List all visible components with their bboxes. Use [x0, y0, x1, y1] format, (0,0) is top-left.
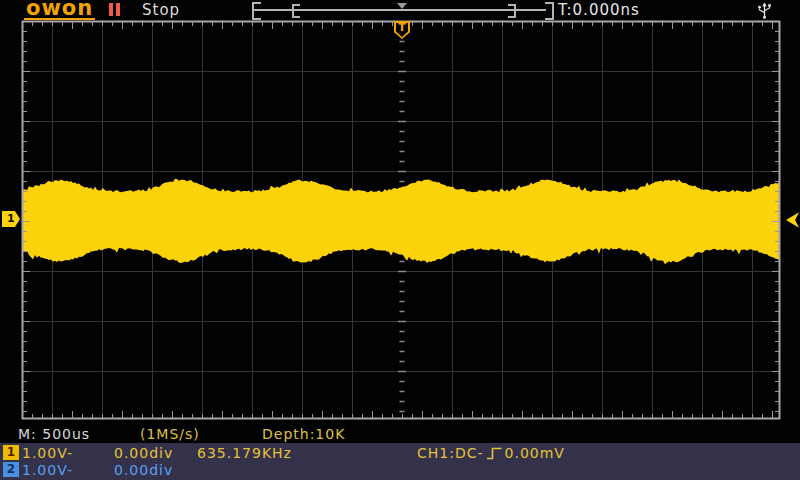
- ch2-scale-readout: 1.00V-: [22, 462, 73, 478]
- trigger-info: CH1:DC- 0.00mV: [417, 445, 565, 461]
- depth-readout: Depth:10K: [262, 426, 345, 442]
- graticule: [0, 0, 800, 480]
- sample-rate-readout: (1MS/s): [140, 426, 200, 442]
- channel-status-bar: 1 1.00V- 0.00div 635.179KHz CH1:DC- 0.00…: [0, 443, 800, 480]
- trigger-level-readout: 0.00mV: [505, 445, 565, 461]
- ch1-waveform: [23, 179, 779, 265]
- trigger-horizontal-marker[interactable]: T: [394, 21, 410, 39]
- ch1-position-readout: 0.00div: [114, 445, 173, 461]
- ch1-scale-readout: 1.00V-: [22, 445, 73, 461]
- rising-edge-icon: [486, 446, 503, 461]
- ch2-position-readout: 0.00div: [114, 462, 173, 478]
- oscilloscope-screen: OWON Stop T:0.000ns T 1 M: 500us: [0, 0, 800, 480]
- timebase-readout: M: 500us: [18, 426, 90, 442]
- trigger-tag-letter: T: [394, 21, 410, 34]
- ch1-frequency-readout: 635.179KHz: [197, 445, 292, 461]
- ch2-badge[interactable]: 2: [3, 462, 19, 477]
- ch1-badge[interactable]: 1: [3, 445, 19, 460]
- trigger-source-readout: CH1:DC-: [417, 445, 484, 461]
- ch1-marker-label: 1: [7, 212, 15, 225]
